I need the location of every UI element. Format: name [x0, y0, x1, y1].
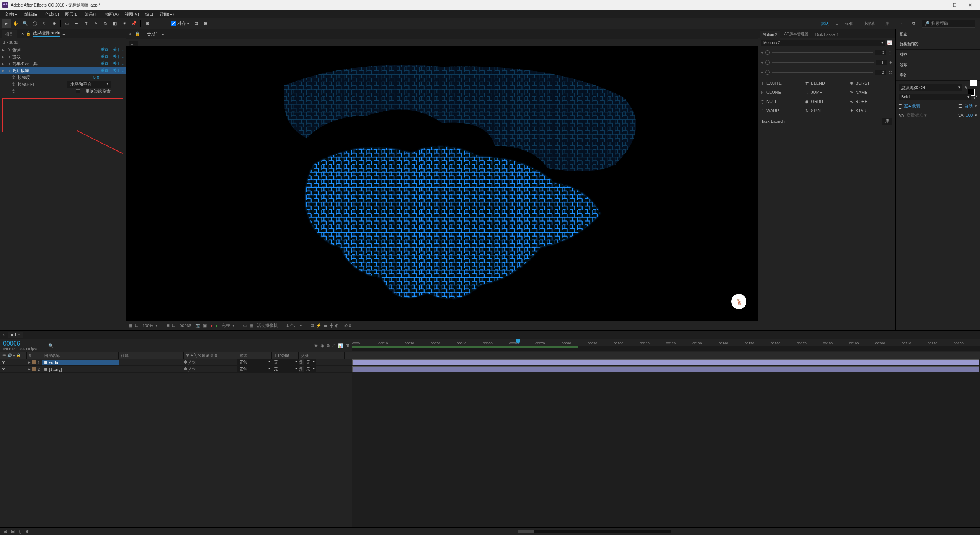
- composition-tab[interactable]: 合成1 ≡: [144, 30, 167, 38]
- font-family-select[interactable]: 思源黑体 CN: [899, 84, 962, 91]
- motion-tool-excite[interactable]: ✚EXCITE: [760, 79, 804, 87]
- effect-item-3[interactable]: ▸ fx 高斯模糊 重置 关于...: [0, 67, 126, 74]
- twirl-icon[interactable]: ▸: [28, 367, 31, 372]
- effect-prop-3-0[interactable]: ⏱模糊度5.0: [0, 74, 126, 81]
- toggle-render-icon[interactable]: ◐: [25, 529, 31, 534]
- text-tool[interactable]: T: [82, 19, 91, 28]
- motion-slider-0[interactable]: ◂0⬚: [758, 47, 895, 57]
- resolution-select[interactable]: 完整 ▾: [222, 323, 239, 328]
- effect-reset[interactable]: 重置: [101, 61, 108, 66]
- layer-bars[interactable]: [352, 359, 980, 527]
- pickwhip-icon[interactable]: @: [299, 360, 303, 364]
- task-launch-select[interactable]: Task Launch: [761, 119, 880, 124]
- effect-reset[interactable]: 重置: [101, 47, 108, 52]
- font-weight-select[interactable]: Bold: [899, 94, 971, 100]
- col-mode[interactable]: 模式: [237, 352, 272, 359]
- paragraph-section[interactable]: 段落: [896, 60, 980, 70]
- snapshot-icon[interactable]: 📷: [195, 323, 201, 328]
- frame-blend-icon[interactable]: ⧉: [327, 343, 330, 348]
- selection-tool[interactable]: ▶: [2, 19, 11, 28]
- motion-preset-select[interactable]: Motion v2: [761, 40, 885, 46]
- pixel-aspect-icon[interactable]: ⊡: [310, 323, 314, 328]
- trkmat-select[interactable]: 无: [272, 359, 299, 365]
- trkmat-select[interactable]: 无: [272, 366, 299, 372]
- menu-3[interactable]: 图层(L): [62, 11, 82, 18]
- effect-about[interactable]: 关于...: [113, 61, 124, 66]
- zoom-tool[interactable]: 🔍: [21, 19, 30, 28]
- leading-value[interactable]: 自动: [964, 103, 973, 109]
- twirl-icon[interactable]: ▸: [28, 360, 31, 365]
- timeline-playhead[interactable]: [518, 359, 518, 527]
- duik-tab[interactable]: Duik Bassel.1: [812, 31, 842, 38]
- workspace-menu-icon[interactable]: ≡: [836, 21, 838, 26]
- tracking-chevron-icon[interactable]: ▾: [975, 113, 977, 117]
- layer-row-1[interactable]: 👁 ▸2 ▦[1.png] ✱ ╱fx 正常 无 @ 无: [0, 366, 352, 373]
- close-timeline-icon[interactable]: ×: [2, 333, 5, 337]
- project-tab[interactable]: 项目: [2, 30, 17, 38]
- search-help[interactable]: 🔎 搜索帮助: [922, 20, 975, 28]
- col-name[interactable]: 图层名称: [42, 352, 119, 359]
- blend-mode-select[interactable]: 正常: [237, 366, 272, 372]
- graph-editor-icon[interactable]: 📊: [338, 343, 343, 348]
- layer-row-0[interactable]: 👁 ▸1 ▦sudu ✱ ╱fx 正常 无 @ 无: [0, 359, 352, 366]
- task-launch-button[interactable]: 库: [882, 118, 892, 125]
- menu-5[interactable]: 动画(A): [102, 11, 122, 18]
- anchor-tool[interactable]: ⊕: [49, 19, 59, 28]
- menu-7[interactable]: 窗口: [142, 11, 157, 18]
- show-snapshot-icon[interactable]: ▣: [203, 323, 207, 328]
- hand-tool[interactable]: ✋: [11, 19, 20, 28]
- zoom-select[interactable]: 100% ▾: [142, 323, 162, 328]
- time-ruler[interactable]: 0000000100002000030000400005000060000700…: [352, 339, 980, 352]
- brush-tool[interactable]: ✎: [91, 19, 100, 28]
- toggle-modes-icon[interactable]: ⊟: [10, 529, 15, 534]
- panel-menu-icon[interactable]: ≡: [62, 31, 65, 36]
- workspace-small[interactable]: 小屏幕: [859, 20, 879, 27]
- prop-value[interactable]: 5.0: [93, 75, 99, 80]
- workspace-more-icon[interactable]: »: [896, 21, 906, 26]
- layer-bar-0[interactable]: [352, 359, 979, 365]
- effect-prop-3-1[interactable]: ⏱模糊方向水平和垂直: [0, 81, 126, 88]
- fill-color-swatch[interactable]: [970, 80, 977, 86]
- views-select[interactable]: 1 个... ▾: [286, 323, 307, 328]
- motion-tool-spin[interactable]: ↻SPIN: [805, 106, 848, 115]
- exposure-value[interactable]: +0.0: [343, 323, 351, 328]
- label-color[interactable]: [32, 360, 36, 364]
- layer-name[interactable]: [1.png]: [49, 367, 62, 372]
- channel-icon[interactable]: ●: [211, 323, 213, 328]
- preview-section[interactable]: 预览: [896, 29, 980, 39]
- pickwhip-icon[interactable]: @: [299, 367, 303, 371]
- tracking-value[interactable]: 100: [966, 113, 973, 117]
- workspace-lib[interactable]: 库: [882, 20, 893, 27]
- col-comment[interactable]: 注释: [119, 352, 184, 359]
- eraser-tool[interactable]: ◧: [110, 19, 119, 28]
- pen-tool[interactable]: ✒: [72, 19, 81, 28]
- ae-script-tab[interactable]: AE脚本管理器: [781, 30, 811, 38]
- motion-graph-icon[interactable]: 📈: [887, 40, 892, 45]
- shy-icon[interactable]: 👁: [314, 343, 318, 348]
- effect-reset[interactable]: 重置: [101, 54, 108, 59]
- close-panel-icon[interactable]: ×: [21, 31, 24, 36]
- lock-comp-icon[interactable]: 🔒: [135, 31, 140, 36]
- snap-chevron-icon[interactable]: ▾: [187, 22, 189, 26]
- menu-6[interactable]: 视图(V): [122, 11, 142, 18]
- timeline-icon[interactable]: ☰: [324, 323, 328, 328]
- effect-about[interactable]: 关于...: [113, 54, 124, 59]
- reset-exposure-icon[interactable]: ◐: [335, 323, 339, 328]
- fx-badge[interactable]: fx: [8, 55, 11, 59]
- menu-4[interactable]: 效果(T): [82, 11, 101, 18]
- transparency-icon[interactable]: ▦: [249, 323, 253, 328]
- parent-select[interactable]: 无: [304, 359, 316, 365]
- mask-icon[interactable]: ☐: [172, 323, 176, 328]
- prop-checkbox[interactable]: [76, 89, 80, 93]
- effect-reset[interactable]: 重置: [101, 68, 108, 73]
- timeline-tab[interactable]: ■ 1 ≡: [8, 332, 23, 338]
- twirl-icon[interactable]: ▸: [2, 54, 6, 59]
- fast-preview-icon[interactable]: ⚡: [316, 323, 322, 328]
- maximize-button[interactable]: ☐: [947, 0, 962, 10]
- snap-checkbox[interactable]: [171, 21, 176, 26]
- motion-slider-2[interactable]: ◂0⬡: [758, 67, 895, 77]
- motion-blur-icon[interactable]: ☄: [332, 343, 336, 348]
- effect-item-1[interactable]: ▸ fx 提取 重置 关于...: [0, 53, 126, 60]
- stamp-tool[interactable]: ⧉: [101, 19, 110, 28]
- effect-about[interactable]: 关于...: [113, 47, 124, 52]
